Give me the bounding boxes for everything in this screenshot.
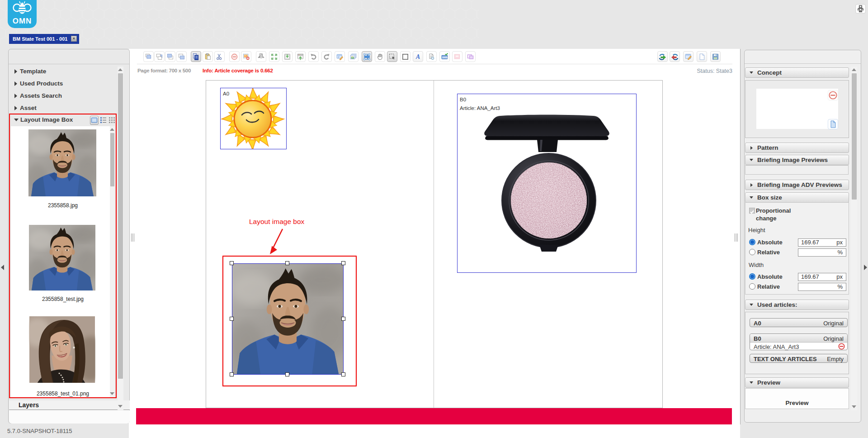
svg-text:A: A (415, 53, 420, 60)
svg-text:100$: 100$ (442, 56, 448, 59)
